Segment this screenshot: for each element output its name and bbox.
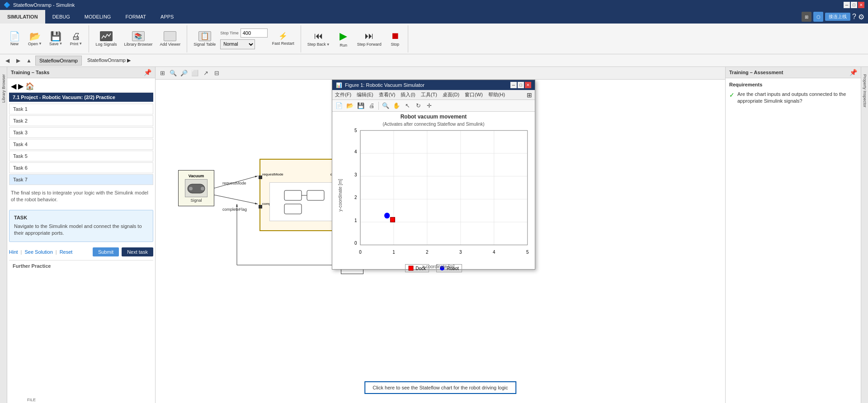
menu-desktop[interactable]: 桌面(D): [443, 91, 459, 98]
tab-simulation[interactable]: SIMULATION: [0, 10, 45, 24]
add-viewer-button[interactable]: Add Viewer: [157, 29, 183, 48]
svg-text:0: 0: [354, 241, 357, 246]
reset-link[interactable]: Reset: [60, 249, 73, 255]
maximize-button[interactable]: □: [851, 2, 857, 8]
submit-button[interactable]: Submit: [93, 247, 119, 256]
menu-window[interactable]: 窗口(W): [465, 91, 483, 98]
next-task-button[interactable]: Next task: [122, 247, 153, 256]
breadcrumb-btn[interactable]: StateflowOnramp: [35, 56, 82, 66]
fit-view-button[interactable]: ⬜: [190, 68, 200, 78]
close-button[interactable]: ✕: [858, 2, 864, 8]
fig-new[interactable]: 📄: [334, 101, 344, 111]
run-label: Run: [340, 43, 347, 47]
req-item: ✓ Are the chart inputs and outputs conne…: [729, 91, 857, 105]
tab-debug[interactable]: DEBUG: [45, 10, 77, 24]
open-button[interactable]: 📂 Open ▼: [25, 30, 45, 48]
fig-print[interactable]: 🖨: [367, 101, 377, 111]
menu-edit[interactable]: 编辑(E): [357, 91, 373, 98]
menu-file[interactable]: 文件(F): [335, 91, 351, 98]
property-inspector-tab[interactable]: Property Inspector: [862, 71, 868, 111]
assessment-pin-icon[interactable]: 📌: [849, 69, 857, 76]
tab-format[interactable]: FORMAT: [118, 10, 153, 24]
save-icon: 💾: [50, 32, 61, 41]
arrow-mode-button[interactable]: ↗: [201, 68, 211, 78]
log-signals-button[interactable]: Log Signals: [93, 29, 119, 48]
fig-select[interactable]: ↖: [402, 101, 412, 111]
fig-save[interactable]: 💾: [356, 101, 366, 111]
new-button[interactable]: 📄 New: [5, 30, 24, 48]
signal-label: Signal: [190, 198, 202, 203]
up-button[interactable]: ▲: [24, 56, 33, 65]
tab-modeling[interactable]: MODELING: [77, 10, 118, 24]
step-forward-button[interactable]: ⏭ Step Forward: [354, 29, 384, 48]
fast-restart-button[interactable]: ⚡ Fast Restart: [269, 30, 297, 47]
figure-minimize[interactable]: ─: [510, 82, 517, 88]
back-button[interactable]: ◀: [3, 56, 12, 65]
stop-time-label: Stop Time: [220, 31, 239, 35]
task-2[interactable]: Task 2: [9, 115, 153, 126]
nav-back-button[interactable]: ◀: [11, 82, 16, 90]
save-button[interactable]: 💾 Save ▼: [47, 30, 65, 48]
vacuum-icon: [185, 179, 208, 197]
fig-datacursor[interactable]: ✛: [424, 101, 434, 111]
menu-tools[interactable]: 工具(T): [421, 91, 437, 98]
step-back-dropdown: ▼: [326, 43, 330, 47]
address-bar: ◀ ▶ ▲ StateflowOnramp StateflowOnramp ▶: [0, 54, 868, 67]
signal-table-button[interactable]: 📋 Signal Table: [191, 29, 218, 48]
stop-time-input[interactable]: [241, 28, 268, 38]
hint-link[interactable]: Hint: [9, 249, 18, 255]
sim-mode-select[interactable]: Normal Accelerator: [220, 39, 255, 49]
step-back-label: Step Back: [307, 42, 326, 47]
training-pin-icon[interactable]: 📌: [144, 69, 151, 76]
step-back-button[interactable]: ⏮ Step Back ▼: [305, 29, 333, 48]
fig-pan[interactable]: ✋: [392, 101, 401, 111]
task-7[interactable]: Task 7: [9, 174, 153, 185]
see-solution-link[interactable]: See Solution: [24, 249, 52, 255]
task-1[interactable]: Task 1: [9, 104, 153, 114]
sub-breadcrumb-label: StateflowOnramp ▶: [87, 57, 131, 63]
toolbar-prepare-group: 📋 Signal Table Stop Time Normal Accelera…: [187, 25, 301, 52]
tab-apps[interactable]: APPS: [153, 10, 181, 24]
stop-button[interactable]: ⏹ Stop: [386, 29, 404, 48]
connect-btn[interactable]: 接连上线: [825, 13, 850, 21]
run-button[interactable]: ▶ Run: [335, 28, 353, 49]
fig-zoom[interactable]: 🔍: [381, 101, 391, 111]
forward-button[interactable]: ▶: [14, 56, 23, 65]
print-button[interactable]: 🖨 Print ▼: [67, 30, 85, 48]
fig-rotate[interactable]: ↻: [413, 101, 423, 111]
minimize-button[interactable]: ─: [844, 2, 850, 8]
zoom-fit-button[interactable]: ⊞: [157, 68, 167, 78]
stop-icon: ⏹: [391, 31, 400, 41]
figure-expand-icon[interactable]: ⊞: [527, 91, 532, 99]
connector-button[interactable]: ⊟: [212, 68, 222, 78]
svg-text:2: 2: [354, 195, 357, 200]
zoom-out-button[interactable]: 🔎: [179, 68, 189, 78]
sub-breadcrumb: StateflowOnramp ▶: [87, 57, 131, 63]
add-viewer-label: Add Viewer: [160, 42, 180, 47]
figure-toolbar: 📄 📂 💾 🖨 🔍 ✋ ↖ ↻ ✛: [332, 100, 535, 112]
canvas-content: Vacuum Signal requestMode co: [156, 80, 725, 403]
task-4[interactable]: Task 4: [9, 139, 153, 150]
fig-open[interactable]: 📂: [345, 101, 355, 111]
network-icon: ⬡: [813, 12, 823, 22]
help-btn[interactable]: ?: [852, 13, 856, 21]
task-5[interactable]: Task 5: [9, 151, 153, 161]
svg-line-9: [214, 195, 258, 204]
print-dropdown: ▼: [79, 42, 82, 46]
stateflow-chart-button[interactable]: Click here to see the Stateflow chart fo…: [364, 381, 516, 394]
zoom-in-button[interactable]: 🔍: [168, 68, 178, 78]
nav-forward-button[interactable]: ▶: [18, 82, 24, 90]
menu-insert[interactable]: 插入(I): [401, 91, 415, 98]
library-browser-button[interactable]: 📚 Library Browser: [121, 29, 155, 48]
task-3[interactable]: Task 3: [9, 127, 153, 138]
menu-view[interactable]: 查看(V): [379, 91, 396, 98]
menu-help[interactable]: 帮助(H): [488, 91, 505, 98]
settings-btn[interactable]: ⚙: [858, 13, 864, 21]
library-browser-tab[interactable]: Library Browser: [0, 71, 7, 106]
nav-home-button[interactable]: 🏠: [25, 82, 34, 90]
figure-maximize[interactable]: □: [518, 82, 524, 88]
task-6[interactable]: Task 6: [9, 162, 153, 173]
svg-text:2: 2: [426, 249, 429, 254]
figure-close[interactable]: ✕: [525, 82, 531, 88]
new-icon: 📄: [9, 32, 20, 41]
